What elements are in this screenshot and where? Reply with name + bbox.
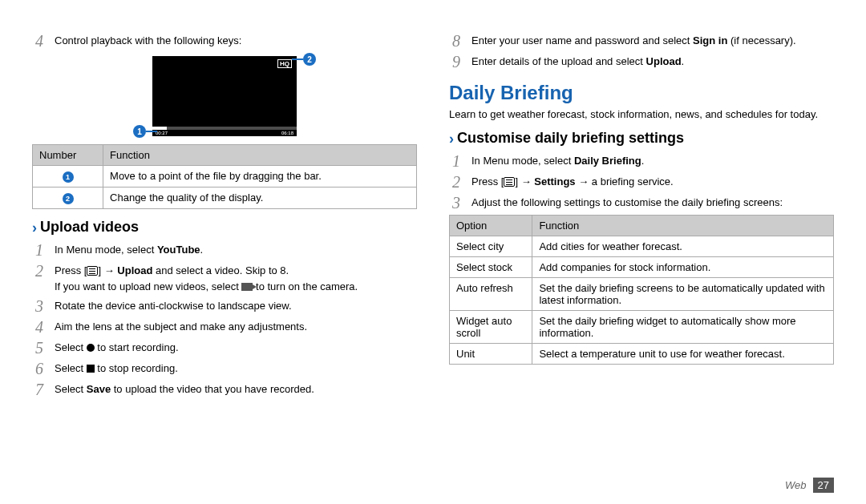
menu-key-icon — [504, 177, 515, 187]
table-row: Select stockAdd companies for stock info… — [450, 257, 834, 278]
step-text: Select to stop recording. — [55, 360, 178, 376]
customise-step-2: 2 Press [] → Settings → a briefing servi… — [449, 173, 834, 191]
step-number: 3 — [32, 297, 47, 315]
table-cell: Move to a point of the file by dragging … — [103, 166, 417, 187]
table-header-function: Function — [532, 216, 834, 236]
hq-badge: HQ — [277, 59, 292, 68]
right-column: 8 Enter your user name and password and … — [449, 32, 834, 401]
step-number: 4 — [32, 318, 47, 336]
step-number: 3 — [449, 194, 463, 212]
step-text: Control playback with the following keys… — [55, 32, 241, 48]
customise-step-3: 3 Adjust the following settings to custo… — [449, 194, 834, 212]
upload-step-2: 2 Press [] → Upload and select a video. … — [32, 262, 417, 294]
step-number: 5 — [32, 339, 47, 357]
upload-step-5: 5 Select to start recording. — [32, 339, 417, 357]
video-time-total: 06:18 — [281, 131, 293, 135]
step-number: 7 — [32, 381, 47, 398]
step-text: Press [] → Upload and select a video. Sk… — [55, 262, 358, 294]
bullet-1-icon: 1 — [63, 171, 74, 183]
step-number: 8 — [449, 32, 463, 50]
step-text: Enter your user name and password and se… — [471, 32, 796, 48]
table-header-number: Number — [33, 145, 103, 166]
right-step-8: 8 Enter your user name and password and … — [449, 32, 834, 50]
bullet-2-icon: 2 — [63, 193, 74, 204]
upload-step-3: 3 Rotate the device anti-clockwise to la… — [32, 297, 417, 315]
table-header-function: Function — [103, 145, 417, 166]
upload-videos-heading: ›Upload videos — [32, 219, 417, 236]
step-number: 1 — [32, 241, 47, 259]
video-time-elapsed: 00:27 — [156, 131, 168, 135]
playback-keys-table: Number Function 1 Move to a point of the… — [32, 144, 417, 209]
right-step-9: 9 Enter details of the upload and select… — [449, 53, 834, 71]
video-player: HQ 00:27 06:18 — [152, 56, 297, 136]
step-text: Rotate the device anti-clockwise to land… — [55, 297, 292, 313]
step-text: Select Save to upload the video that you… — [55, 381, 314, 397]
step-number: 2 — [449, 173, 463, 191]
menu-key-icon — [87, 266, 98, 276]
table-row: Auto refreshSet the daily briefing scree… — [450, 278, 834, 311]
step-text: Select to start recording. — [55, 339, 179, 355]
callout-1: 1 — [133, 125, 146, 138]
step-text: Press [] → Settings → a briefing service… — [471, 173, 674, 189]
customise-step-1: 1 In Menu mode, select Daily Briefing. — [449, 152, 834, 170]
table-header-option: Option — [450, 216, 532, 236]
left-step-4: 4 Control playback with the following ke… — [32, 32, 417, 50]
step-text: Adjust the following settings to customi… — [471, 194, 783, 210]
briefing-options-table: Option Function Select cityAdd cities fo… — [449, 215, 834, 365]
upload-step-1: 1 In Menu mode, select YouTube. — [32, 241, 417, 259]
step-number: 4 — [32, 32, 47, 50]
step-number: 2 — [32, 262, 47, 280]
table-row: Widget auto scrollSet the daily briefing… — [450, 311, 834, 344]
callout-2: 2 — [303, 53, 316, 66]
upload-step-6: 6 Select to stop recording. — [32, 360, 417, 377]
upload-step-4: 4 Aim the lens at the subject and make a… — [32, 318, 417, 336]
video-progress-bar — [152, 127, 297, 130]
step-text: Aim the lens at the subject and make any… — [55, 318, 307, 334]
upload-step-7: 7 Select Save to upload the video that y… — [32, 381, 417, 398]
table-cell: Change the quality of the display. — [103, 187, 417, 209]
chevron-right-icon: › — [32, 220, 37, 236]
table-row: 1 Move to a point of the file by draggin… — [33, 166, 417, 187]
daily-briefing-intro: Learn to get weather forecast, stock inf… — [449, 107, 834, 122]
step-text: In Menu mode, select Daily Briefing. — [471, 152, 644, 168]
table-row: UnitSelect a temperature unit to use for… — [450, 344, 834, 365]
step-text: Enter details of the upload and select U… — [471, 53, 684, 69]
page-footer: Web 27 — [785, 478, 834, 493]
camera-icon — [241, 283, 253, 291]
record-icon — [87, 344, 95, 352]
stop-icon — [87, 365, 95, 373]
step-number: 1 — [449, 152, 463, 170]
footer-category: Web — [785, 479, 807, 491]
footer-page-number: 27 — [813, 478, 834, 493]
step-text: In Menu mode, select YouTube. — [55, 241, 203, 257]
chevron-right-icon: › — [449, 131, 454, 147]
table-row: 2 Change the quality of the display. — [33, 187, 417, 209]
video-preview-area: HQ 00:27 06:18 1 2 — [32, 56, 417, 136]
step-number: 6 — [32, 360, 47, 377]
table-row: Select cityAdd cities for weather foreca… — [450, 236, 834, 257]
step-number: 9 — [449, 53, 463, 71]
customise-heading: ›Customise daily briefing settings — [449, 130, 834, 147]
daily-briefing-heading: Daily Briefing — [449, 82, 834, 104]
left-column: 4 Control playback with the following ke… — [32, 32, 417, 401]
